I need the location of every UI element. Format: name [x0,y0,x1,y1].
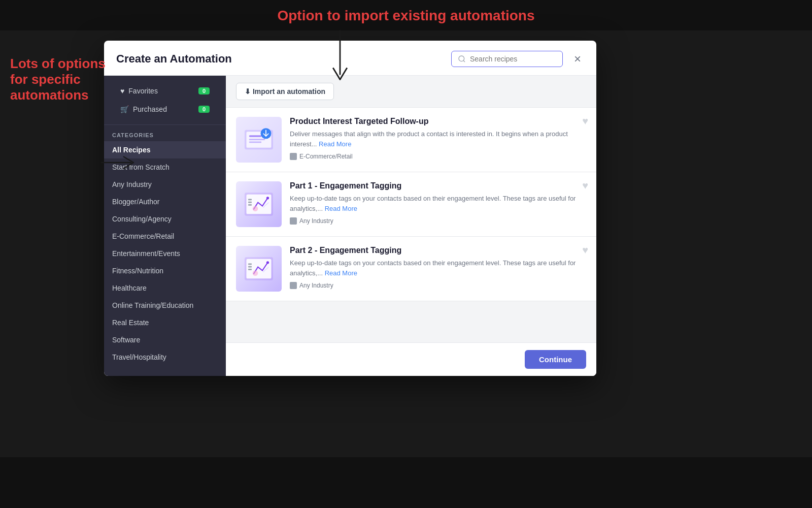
sidebar: ♥ Favorites 0 🛒 Purchased 0 CATEGORIES A… [104,76,226,376]
tag-label: Any Industry [299,217,333,225]
tag-icon [290,282,297,289]
categories-heading: CATEGORIES [104,125,226,141]
tag-label: E-Commerce/Retail [299,153,353,160]
sidebar-category-item[interactable]: Fitness/Nutrition [104,262,226,279]
svg-point-20 [253,271,258,276]
recipe-title: Part 1 - Engagement Tagging [290,181,586,190]
header-right: × [451,51,584,67]
recipe-tag: Any Industry [290,282,333,289]
sidebar-item-favorites[interactable]: ♥ Favorites 0 [112,82,218,100]
recipe-title: Product Interest Targeted Follow-up [290,117,586,126]
svg-rect-11 [248,204,252,206]
search-input[interactable] [470,55,556,63]
recipe-thumbnail [236,181,282,227]
arrow-left [99,142,140,185]
recipe-info: Product Interest Targeted Follow-upDeliv… [290,117,586,162]
svg-rect-5 [249,142,262,143]
content-area: ⬇ Import an automation Product Interest … [226,76,596,376]
recipe-info: Part 2 - Engagement TaggingKeep up-to-da… [290,246,586,291]
heart-icon: ♥ [120,87,124,95]
sidebar-category-item[interactable]: Real Estate [104,314,226,331]
favorite-button[interactable]: ♥ [582,180,588,190]
read-more-link[interactable]: Read More [325,205,357,212]
svg-point-0 [459,56,464,61]
svg-rect-9 [248,199,252,201]
svg-point-12 [266,197,269,199]
recipe-title: Part 2 - Engagement Tagging [290,246,586,255]
recipe-tag: E-Commerce/Retail [290,153,353,160]
recipe-description: Keep up-to-date tags on your contacts ba… [290,258,586,278]
purchased-badge: 0 [198,106,210,113]
sidebar-category-item[interactable]: Blogger/Author [104,193,226,210]
sidebar-category-item[interactable]: Consulting/Agency [104,210,226,228]
purchased-inner: 🛒 Purchased [120,105,167,113]
favorite-button[interactable]: ♥ [582,116,588,126]
recipe-description: Keep up-to-date tags on your contacts ba… [290,194,586,213]
annotation-left: Lots of options for specific automations [10,56,112,104]
sidebar-category-item[interactable]: Healthcare [104,279,226,297]
read-more-link[interactable]: Read More [319,140,351,148]
svg-point-13 [253,206,258,212]
close-button[interactable]: × [571,52,584,66]
sidebar-category-item[interactable]: Online Training/Education [104,297,226,314]
continue-button[interactable]: Continue [525,350,586,369]
import-bar: ⬇ Import an automation [226,76,596,108]
recipe-description: Deliver messages that align with the pro… [290,129,586,149]
recipe-card: Part 2 - Engagement TaggingKeep up-to-da… [226,237,596,301]
svg-rect-4 [249,139,265,140]
recipe-thumbnail [236,246,282,292]
modal: Create an Automation × ♥ Favorites 0 [104,41,596,376]
read-more-link[interactable]: Read More [325,269,357,277]
favorites-label: Favorites [128,87,158,95]
recipe-tag: Any Industry [290,217,333,225]
recipe-thumbnail [236,117,282,163]
tag-icon [290,217,297,225]
modal-footer: Continue [226,342,596,376]
svg-rect-3 [249,135,262,137]
sidebar-category-item[interactable]: Entertainment/Events [104,245,226,262]
recipe-card: Part 1 - Engagement TaggingKeep up-to-da… [226,172,596,237]
cart-icon: 🛒 [120,105,129,113]
recipes-list: Product Interest Targeted Follow-upDeliv… [226,108,596,342]
svg-rect-18 [248,269,252,270]
tag-icon [290,153,297,160]
svg-rect-17 [248,266,252,268]
sidebar-category-item[interactable]: E-Commerce/Retail [104,228,226,245]
favorite-button[interactable]: ♥ [582,245,588,255]
search-box [451,51,563,67]
favorites-inner: ♥ Favorites [120,87,158,95]
sidebar-top: ♥ Favorites 0 🛒 Purchased 0 [104,76,226,125]
tag-label: Any Industry [299,282,333,289]
favorites-badge: 0 [198,87,210,94]
recipe-card: Product Interest Targeted Follow-upDeliv… [226,108,596,172]
svg-point-19 [266,261,269,264]
search-icon [458,55,466,63]
import-automation-button[interactable]: ⬇ Import an automation [236,83,334,100]
recipe-info: Part 1 - Engagement TaggingKeep up-to-da… [290,181,586,227]
purchased-label: Purchased [133,105,167,113]
arrow-top [325,28,355,91]
sidebar-item-purchased[interactable]: 🛒 Purchased 0 [112,100,218,118]
svg-rect-16 [248,264,252,265]
sidebar-category-item[interactable]: Software [104,331,226,348]
modal-body: ♥ Favorites 0 🛒 Purchased 0 CATEGORIES A… [104,76,596,376]
bottom-bar [0,457,812,508]
svg-rect-10 [248,202,252,203]
annotation-top: Option to import existing automations [277,8,534,24]
modal-title: Create an Automation [116,52,232,66]
sidebar-category-item[interactable]: Travel/Hospitality [104,348,226,366]
